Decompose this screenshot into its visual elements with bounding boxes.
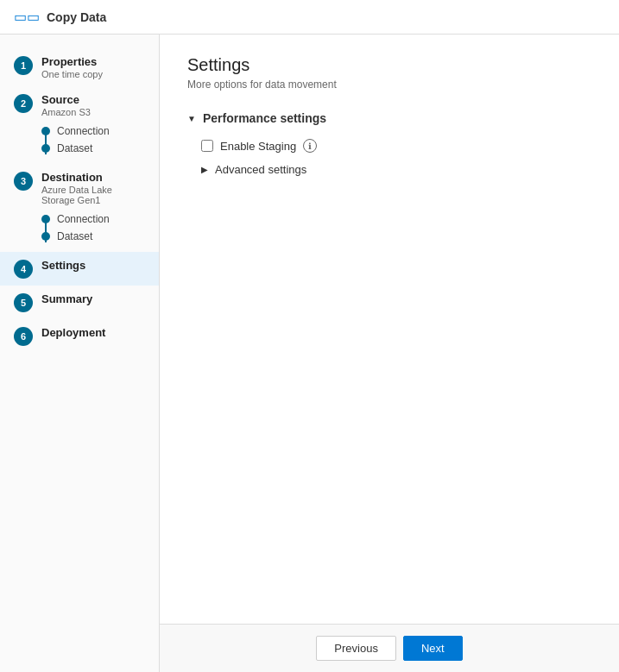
destination-dataset-line: Dataset <box>41 228 145 245</box>
destination-connection-label: Connection <box>57 213 110 225</box>
main-layout: 1 Properties One time copy 2 Source Amaz… <box>0 35 619 672</box>
step-name-summary: Summary <box>41 292 92 305</box>
step-circle-4: 4 <box>14 260 33 279</box>
source-sub-items: Connection Dataset <box>41 122 145 157</box>
step-circle-2: 2 <box>14 94 33 113</box>
step-circle-5: 5 <box>14 293 33 312</box>
step-sub-properties: One time copy <box>41 69 103 79</box>
previous-button[interactable]: Previous <box>316 636 396 661</box>
next-button[interactable]: Next <box>403 636 463 661</box>
expand-arrow-icon: ▶ <box>201 165 208 174</box>
sidebar-item-properties[interactable]: 1 Properties One time copy <box>0 48 159 86</box>
source-connection-dot <box>41 127 50 135</box>
bottom-nav: Previous Next <box>160 624 619 672</box>
source-dataset-line: Dataset <box>41 140 145 157</box>
enable-staging-row: Enable Staging ℹ <box>201 139 591 153</box>
enable-staging-checkbox[interactable] <box>201 140 213 152</box>
destination-connection-dot <box>41 215 50 223</box>
step-name-settings: Settings <box>41 259 85 272</box>
sidebar: 1 Properties One time copy 2 Source Amaz… <box>0 35 160 672</box>
sidebar-item-summary[interactable]: 5 Summary <box>0 286 159 319</box>
sidebar-item-deployment[interactable]: 6 Deployment <box>0 319 159 353</box>
source-dataset-label: Dataset <box>57 142 92 154</box>
step-circle-6: 6 <box>14 327 33 346</box>
step-name-source: Source <box>41 93 91 106</box>
performance-section-title: Performance settings <box>203 111 326 125</box>
step-circle-3: 3 <box>14 172 33 191</box>
sidebar-item-settings[interactable]: 4 Settings <box>0 252 159 286</box>
step-name-deployment: Deployment <box>41 326 105 339</box>
source-connection-label: Connection <box>57 125 110 137</box>
top-bar: ▭▭ Copy Data <box>0 0 619 35</box>
copy-data-icon: ▭▭ <box>14 9 40 25</box>
step-name-destination: Destination <box>41 171 145 184</box>
sidebar-item-source[interactable]: 2 Source Amazon S3 Connection Dataset <box>0 86 159 164</box>
performance-section-header[interactable]: ▼ Performance settings <box>187 111 591 125</box>
info-icon[interactable]: ℹ <box>303 139 317 153</box>
step-sub-destination: Azure Data Lake Storage Gen1 <box>41 185 145 205</box>
source-connection-line: Connection <box>41 122 145 140</box>
step-circle-1: 1 <box>14 56 33 75</box>
content-area: Settings More options for data movement … <box>160 35 619 672</box>
content-body: Settings More options for data movement … <box>160 35 619 624</box>
advanced-settings-row[interactable]: ▶ Advanced settings <box>201 163 591 176</box>
step-sub-source: Amazon S3 <box>41 107 91 117</box>
page-title: Settings <box>187 55 591 75</box>
advanced-settings-label: Advanced settings <box>215 163 306 176</box>
destination-sub-items: Connection Dataset <box>41 210 145 245</box>
sidebar-item-destination[interactable]: 3 Destination Azure Data Lake Storage Ge… <box>0 164 159 252</box>
collapse-arrow-icon: ▼ <box>187 114 196 123</box>
app-title: Copy Data <box>47 10 106 24</box>
step-name-properties: Properties <box>41 55 103 68</box>
destination-connection-line: Connection <box>41 210 145 228</box>
enable-staging-label[interactable]: Enable Staging <box>220 140 296 153</box>
destination-dataset-dot <box>41 232 50 241</box>
page-subtitle: More options for data movement <box>187 79 591 91</box>
source-dataset-dot <box>41 144 50 153</box>
destination-dataset-label: Dataset <box>57 230 92 242</box>
